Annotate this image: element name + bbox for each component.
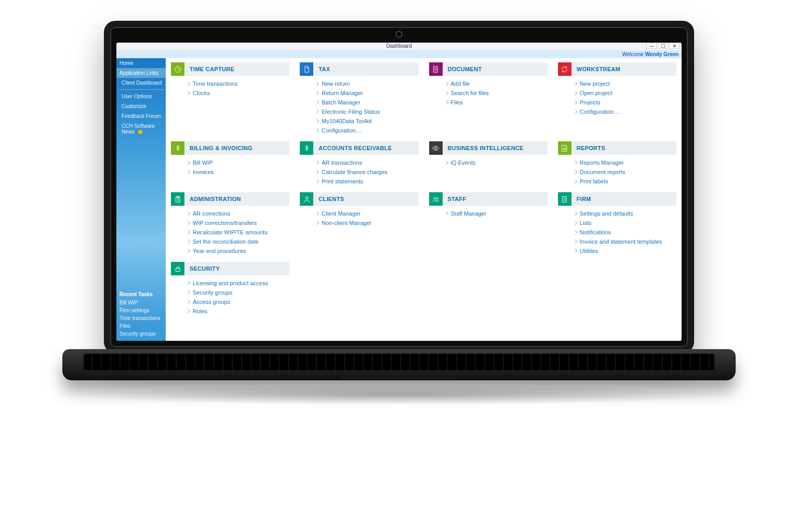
tile-link[interactable]: Open project <box>574 88 676 98</box>
sidebar-item-feedback-forum[interactable]: Feedback Forum <box>116 111 166 121</box>
recent-task-link[interactable]: Files <box>119 322 163 330</box>
chevron-right-icon <box>315 170 319 174</box>
tile-link[interactable]: Notifications <box>574 228 676 237</box>
chevron-right-icon <box>186 211 190 216</box>
tile-link[interactable]: Year-end procedures <box>187 246 289 256</box>
tile-link[interactable]: Non-client Manager <box>315 218 418 228</box>
tile-link[interactable]: Add file <box>445 79 548 88</box>
chevron-right-icon <box>444 82 448 86</box>
cycle-icon <box>558 62 571 76</box>
news-badge-icon <box>138 130 142 134</box>
chevron-right-icon <box>315 128 319 132</box>
doc-icon <box>429 62 443 76</box>
tile-link[interactable]: AR transactions <box>315 158 418 167</box>
chevron-right-icon <box>444 211 448 216</box>
recent-task-link[interactable]: Time transactions <box>119 314 163 322</box>
chevron-right-icon <box>186 290 190 295</box>
tile-link[interactable]: Client Manager <box>315 209 418 218</box>
chevron-right-icon <box>573 240 577 244</box>
tile-billing: BILLING & INVOICINGBill WIPInvoices <box>171 141 289 186</box>
tile-link[interactable]: My1040Data Toolkit <box>315 116 418 126</box>
tile-link[interactable]: Time transactions <box>187 79 289 88</box>
tile-firm: FIRMSettings and defaultsListsNotificati… <box>558 192 676 256</box>
keyboard-icon <box>83 353 715 371</box>
tile-link[interactable]: Roles <box>187 307 289 316</box>
tile-link[interactable]: Batch Manager <box>315 98 418 107</box>
tile-link-label: Access groups <box>193 299 230 305</box>
tile-link[interactable]: Search for files <box>445 88 548 98</box>
recent-tasks-title: Recent Tasks <box>119 291 163 297</box>
sidebar-item-client-dashboard[interactable]: Client Dashboard <box>116 78 166 88</box>
tile-link-label: Electronic Filing Status <box>322 109 380 115</box>
tile-link[interactable]: Projects <box>574 98 676 107</box>
chevron-right-icon <box>186 300 190 304</box>
tile-link-label: Licensing and product access <box>193 280 268 286</box>
camera-icon <box>395 31 403 38</box>
tile-link[interactable]: iQ Events <box>445 158 548 167</box>
chevron-right-icon <box>573 249 577 253</box>
tile-link[interactable]: Access groups <box>187 297 289 307</box>
sidebar-item-customize[interactable]: Customize <box>116 101 166 111</box>
tile-link[interactable]: Recalculate WIP/TE amounts <box>187 228 289 237</box>
tile-link[interactable]: Invoices <box>187 167 289 177</box>
sidebar-item-home[interactable]: Home <box>116 58 166 68</box>
tile-link[interactable]: Security groups <box>187 288 289 297</box>
sidebar-item-application-links[interactable]: Application Links <box>116 68 166 78</box>
tile-link[interactable]: Clocks <box>187 88 289 98</box>
people-icon <box>429 192 443 206</box>
tile-link[interactable]: Licensing and product access <box>187 278 289 288</box>
person-icon <box>300 192 313 206</box>
tile-link[interactable]: Calculate finance charges <box>315 167 418 177</box>
tile-link-label: AR transactions <box>322 159 362 166</box>
tile-reports: REPORTSReports ManagerDocument reportsPr… <box>558 141 676 186</box>
tile-link-label: Reports Manager <box>580 159 624 166</box>
tile-link[interactable]: Reports Manager <box>574 158 676 167</box>
tile-link[interactable]: WIP corrections/transfers <box>187 218 289 228</box>
tile-link[interactable]: Document reports <box>574 167 676 177</box>
tile-title: DOCUMENT <box>443 62 548 76</box>
sidebar-item-user-options[interactable]: User Options <box>116 91 166 101</box>
recent-task-link[interactable]: Bill WIP <box>119 299 163 307</box>
chevron-right-icon <box>186 230 190 234</box>
welcome-user-link[interactable]: Wendy Green <box>645 51 679 57</box>
window-minimize-button[interactable]: — <box>646 43 657 49</box>
tile-link[interactable]: Configuration… <box>315 126 418 135</box>
tile-link-label: Configuration… <box>580 109 619 115</box>
tile-link[interactable]: Files <box>445 98 548 107</box>
chevron-right-icon <box>573 179 577 183</box>
tile-link[interactable]: Invoice and statement templates <box>574 237 676 246</box>
tile-link[interactable]: Configuration… <box>574 107 676 116</box>
chevron-right-icon <box>315 161 319 165</box>
tile-link-label: My1040Data Toolkit <box>322 118 371 124</box>
tile-link[interactable]: Lists <box>574 218 676 228</box>
tile-link-label: WIP corrections/transfers <box>193 220 257 226</box>
tile-link-label: Return Manager <box>322 90 363 96</box>
tile-link[interactable]: Bill WIP <box>187 158 289 167</box>
tile-link[interactable]: Settings and defaults <box>574 209 676 218</box>
tile-link[interactable]: Print labels <box>574 177 676 186</box>
dollar-icon <box>171 141 184 155</box>
window-maximize-button[interactable]: ☐ <box>658 43 668 49</box>
chevron-right-icon <box>315 110 319 114</box>
tile-link[interactable]: Utilities <box>574 246 676 256</box>
tile-link[interactable]: Return Manager <box>315 88 418 98</box>
tile-link[interactable]: New project <box>574 79 676 88</box>
tile-link[interactable]: Staff Manager <box>445 209 548 218</box>
tile-document: DOCUMENTAdd fileSearch for filesFiles <box>429 62 548 135</box>
tile-link[interactable]: Print statements <box>315 177 418 186</box>
recent-task-link[interactable]: Firm settings <box>119 307 163 314</box>
recent-task-link[interactable]: Security groups <box>119 330 163 338</box>
tile-link-label: New project <box>580 81 610 87</box>
tile-link[interactable]: Set the reconciliation date <box>187 237 289 246</box>
sidebar: Home Application Links Client Dashboard … <box>116 58 166 341</box>
tile-link[interactable]: New return <box>315 79 418 88</box>
tile-link[interactable]: Electronic Filing Status <box>315 107 418 116</box>
chevron-right-icon <box>444 100 448 104</box>
tile-link-label: Year-end procedures <box>193 248 246 254</box>
tile-link[interactable]: AR corrections <box>187 209 289 218</box>
window-close-button[interactable]: ✕ <box>669 43 680 49</box>
window-title: Dashboard <box>387 43 412 49</box>
sidebar-item-cch-software-news[interactable]: CCH Software News <box>116 121 166 137</box>
clock-icon <box>171 62 184 76</box>
tile-bi: BUSINESS INTELLIGENCEiQ Events <box>429 141 548 186</box>
